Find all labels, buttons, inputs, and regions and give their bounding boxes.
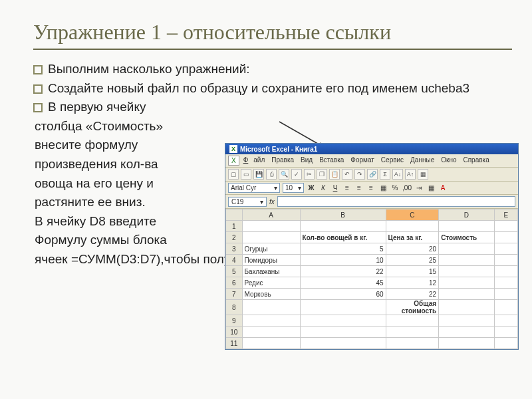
cell-a[interactable]: Огурцы: [242, 243, 300, 255]
cell[interactable]: [494, 255, 517, 266]
borders-icon[interactable]: ▦: [426, 184, 436, 193]
cell-b[interactable]: 60: [300, 289, 386, 300]
menu-tools[interactable]: Сервис: [378, 156, 406, 166]
menu-edit[interactable]: Правка: [269, 156, 297, 166]
cell[interactable]: [494, 266, 517, 277]
cell[interactable]: [439, 327, 494, 338]
paste-icon[interactable]: 📋: [329, 169, 340, 180]
decimal-inc-icon[interactable]: ,00: [402, 184, 412, 193]
cell[interactable]: [494, 221, 517, 232]
preview-icon[interactable]: 🔍: [279, 169, 289, 180]
align-center-icon[interactable]: ≡: [354, 184, 364, 193]
cell[interactable]: [439, 315, 494, 327]
bold-button[interactable]: Ж: [307, 184, 316, 193]
cell[interactable]: [386, 221, 439, 232]
cell[interactable]: [494, 243, 517, 255]
menu-help[interactable]: Справка: [460, 156, 491, 166]
align-left-icon[interactable]: ≡: [342, 184, 352, 193]
select-all-corner[interactable]: [226, 209, 243, 221]
cell-a[interactable]: Помидоры: [242, 255, 300, 266]
cell[interactable]: [386, 338, 439, 349]
indent-icon[interactable]: ⇥: [414, 184, 424, 193]
cell-b[interactable]: 45: [300, 277, 386, 289]
underline-button[interactable]: Ч: [331, 184, 340, 193]
row-header[interactable]: 6: [226, 277, 243, 289]
row-header[interactable]: 1: [226, 221, 243, 232]
row-header[interactable]: 4: [226, 255, 243, 266]
copy-icon[interactable]: ❐: [317, 169, 327, 180]
cell[interactable]: [300, 221, 386, 232]
cell-c[interactable]: 20: [386, 243, 439, 255]
new-icon[interactable]: ▢: [228, 169, 239, 180]
italic-button[interactable]: К: [319, 184, 328, 193]
cell[interactable]: [242, 221, 300, 232]
cell[interactable]: [439, 221, 494, 232]
cell-c[interactable]: 25: [386, 255, 439, 266]
row-header[interactable]: 10: [226, 327, 243, 338]
font-color-icon[interactable]: A: [438, 184, 448, 193]
name-box[interactable]: C19 ▾: [228, 197, 267, 207]
cell[interactable]: [300, 338, 386, 349]
spell-icon[interactable]: ✓: [291, 169, 302, 180]
cell[interactable]: [494, 277, 517, 289]
menu-view[interactable]: Вид: [298, 156, 315, 166]
header-b[interactable]: Кол-во овощей в кг.: [300, 232, 386, 243]
print-icon[interactable]: ⎙: [266, 169, 277, 180]
row-header[interactable]: 5: [226, 266, 243, 277]
sort-asc-icon[interactable]: A↓: [392, 169, 403, 180]
cell-c[interactable]: 15: [386, 266, 439, 277]
excel-grid[interactable]: A B C D E 1 2Кол-во овощей в кг.Цена за …: [225, 209, 518, 349]
menu-data[interactable]: Данные: [408, 156, 437, 166]
sort-desc-icon[interactable]: A↑: [405, 169, 416, 180]
font-selector[interactable]: Arial Cyr ▾: [228, 183, 280, 193]
cell[interactable]: [242, 300, 300, 315]
col-header-c[interactable]: C: [386, 209, 439, 221]
cell[interactable]: [300, 327, 386, 338]
cell[interactable]: [242, 232, 300, 243]
col-header-a[interactable]: A: [242, 209, 300, 221]
sum-icon[interactable]: Σ: [380, 169, 390, 180]
row-header[interactable]: 7: [226, 289, 243, 300]
header-c[interactable]: Цена за кг.: [386, 232, 439, 243]
open-icon[interactable]: ▭: [241, 169, 251, 180]
cell[interactable]: [439, 255, 494, 266]
total-label[interactable]: Общая стоимость: [386, 300, 439, 315]
currency-icon[interactable]: %: [390, 184, 400, 193]
cut-icon[interactable]: ✂: [304, 169, 315, 180]
cell-a[interactable]: Баклажаны: [242, 266, 300, 277]
font-size-selector[interactable]: 10 ▾: [283, 183, 304, 193]
menu-format[interactable]: Формат: [348, 156, 377, 166]
cell-b[interactable]: 10: [300, 255, 386, 266]
fx-icon[interactable]: fx: [269, 198, 275, 205]
align-right-icon[interactable]: ≡: [366, 184, 376, 193]
cell[interactable]: [242, 338, 300, 349]
cell-a[interactable]: Редис: [242, 277, 300, 289]
merge-icon[interactable]: ▦: [378, 184, 388, 193]
save-icon[interactable]: 💾: [253, 169, 264, 180]
cell[interactable]: [494, 300, 517, 315]
cell[interactable]: [242, 327, 300, 338]
cell[interactable]: [439, 338, 494, 349]
formula-bar[interactable]: [277, 196, 515, 207]
cell[interactable]: [439, 300, 494, 315]
cell[interactable]: [386, 315, 439, 327]
cell[interactable]: [300, 300, 386, 315]
col-header-b[interactable]: B: [300, 209, 386, 221]
cell[interactable]: [439, 266, 494, 277]
cell-b[interactable]: 22: [300, 266, 386, 277]
link-icon[interactable]: 🔗: [367, 169, 378, 180]
cell-c[interactable]: 12: [386, 277, 439, 289]
row-header[interactable]: 9: [226, 315, 243, 327]
cell[interactable]: [494, 338, 517, 349]
col-header-e[interactable]: E: [494, 209, 517, 221]
cell[interactable]: [494, 232, 517, 243]
cell[interactable]: [300, 315, 386, 327]
row-header[interactable]: 8: [226, 300, 243, 315]
row-header[interactable]: 2: [226, 232, 243, 243]
cell[interactable]: [242, 315, 300, 327]
cell[interactable]: [439, 277, 494, 289]
cell[interactable]: [494, 327, 517, 338]
cell[interactable]: [439, 243, 494, 255]
undo-icon[interactable]: ↶: [342, 169, 352, 180]
col-header-d[interactable]: D: [439, 209, 494, 221]
